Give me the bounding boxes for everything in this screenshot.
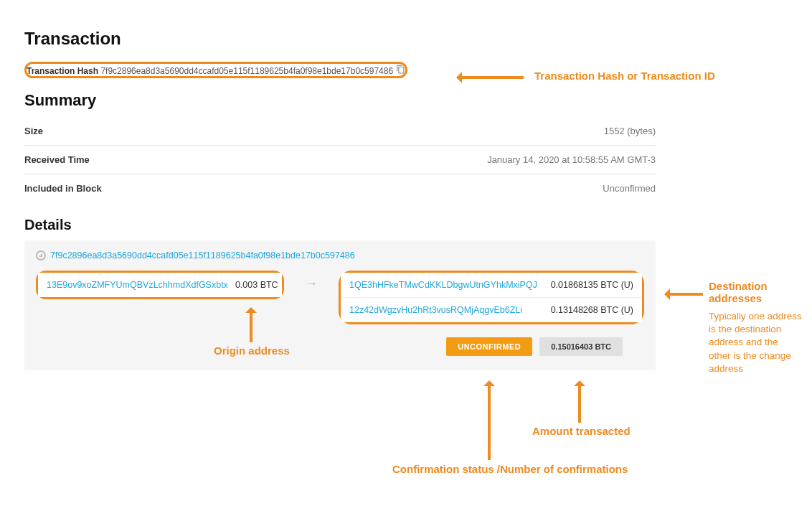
- input-address-link[interactable]: 13E9ov9xoZMFYUmQBVzLchhmdXdfGSxbtx: [47, 280, 228, 290]
- annotation-amount-label: Amount transacted: [532, 425, 631, 437]
- summary-row-received: Received Time January 14, 2020 at 10:58:…: [24, 146, 656, 174]
- annotation-hash-label: Transaction Hash or Transaction ID: [534, 70, 715, 82]
- size-label: Size: [24, 126, 43, 136]
- details-heading: Details: [24, 217, 636, 233]
- annotation-dest-body: Typically one address is the destination…: [709, 310, 802, 375]
- size-value: 1552 (bytes): [604, 126, 656, 136]
- hash-label: Transaction Hash: [27, 66, 98, 76]
- annotation-arrow-icon: [667, 293, 703, 296]
- block-label: Included in Block: [24, 183, 102, 194]
- expand-icon[interactable]: [36, 250, 46, 261]
- outputs-box: 1QE3hHFkeTMwCdKKLDbgwUtnGYhkMxiPQJ 0.018…: [341, 273, 642, 322]
- inputs-box: 13E9ov9xoZMFYUmQBVzLchhmdXdfGSxbtx 0.003…: [38, 273, 282, 297]
- annotation-arrow-icon: [250, 310, 252, 342]
- details-card: 7f9c2896ea8d3a5690dd4ccafd05e115f1189625…: [24, 240, 656, 370]
- summary-table: Size 1552 (bytes) Received Time January …: [24, 117, 656, 202]
- output-address-link[interactable]: 12z42dWgzvHu2hRt3vusRQMjAqgvEb6ZLi: [349, 305, 522, 315]
- hash-value: 7f9c2896ea8d3a5690dd4ccafd05e115f1189625…: [100, 66, 393, 76]
- summary-heading: Summary: [24, 91, 636, 110]
- annotation-arrow-icon: [459, 76, 524, 79]
- annotation-arrow-icon: [488, 383, 491, 460]
- arrow-right-icon: →: [294, 276, 329, 291]
- output-address-link[interactable]: 1QE3hHFkeTMwCdKKLDbgwUtnGYhkMxiPQJ: [349, 280, 537, 290]
- output-amount: 0.13148268 BTC (U): [551, 305, 633, 315]
- page-title: Transaction: [24, 29, 636, 49]
- output-row: 12z42dWgzvHu2hRt3vusRQMjAqgvEb6ZLi 0.131…: [341, 298, 642, 322]
- output-amount: 0.01868135 BTC (U): [551, 280, 633, 290]
- annotation-arrow-icon: [578, 383, 581, 423]
- copy-icon[interactable]: [395, 64, 405, 74]
- summary-row-block: Included in Block Unconfirmed: [24, 174, 656, 202]
- transaction-hash-row: Transaction Hash 7f9c2896ea8d3a5690dd4cc…: [24, 62, 407, 78]
- details-hash-link[interactable]: 7f9c2896ea8d3a5690dd4ccafd05e115f1189625…: [50, 250, 355, 261]
- annotation-dest-title: Destination addresses: [709, 280, 802, 304]
- received-label: Received Time: [24, 154, 90, 165]
- summary-row-size: Size 1552 (bytes): [24, 117, 656, 146]
- total-badge: 0.15016403 BTC: [539, 337, 623, 356]
- input-amount: 0.003 BTC: [235, 280, 278, 290]
- block-value: Unconfirmed: [603, 183, 656, 194]
- annotation-confirmation-label: Confirmation status /Number of confirmat…: [392, 463, 628, 475]
- input-row: 13E9ov9xoZMFYUmQBVzLchhmdXdfGSxbtx 0.003…: [38, 273, 282, 297]
- status-badge: UNCONFIRMED: [446, 337, 532, 356]
- output-row: 1QE3hHFkeTMwCdKKLDbgwUtnGYhkMxiPQJ 0.018…: [341, 273, 642, 298]
- annotation-origin-label: Origin address: [214, 344, 290, 357]
- received-value: January 14, 2020 at 10:58:55 AM GMT-3: [487, 154, 656, 165]
